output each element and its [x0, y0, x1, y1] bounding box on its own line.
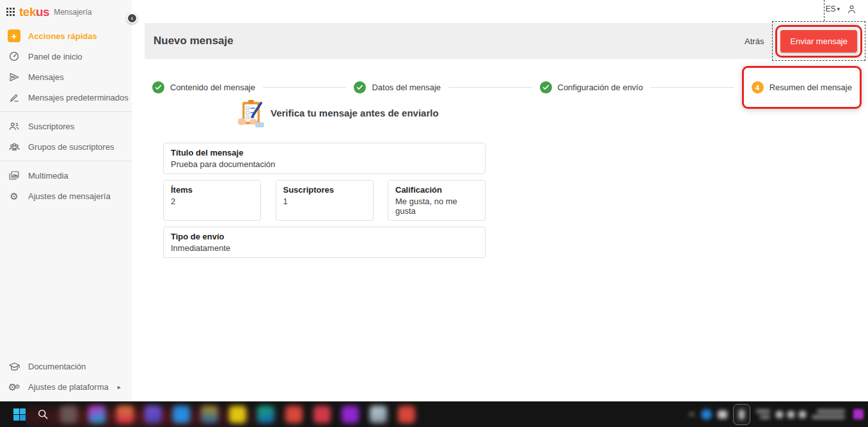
field-label: Título del mensaje [171, 148, 478, 157]
field-value: 2 [171, 197, 253, 206]
sidebar-item-label: Suscriptores [28, 122, 74, 131]
tray-highlighted-icon[interactable] [733, 404, 750, 425]
system-tray [688, 401, 868, 427]
sidebar-item-mensajes-predeterminados[interactable]: Mensajes predeterminados [0, 87, 132, 108]
check-circle-icon [354, 81, 366, 93]
header-actions: Atrás Enviar mensaje [738, 30, 857, 52]
taskbar-app-icon[interactable] [342, 406, 359, 423]
step-connector [448, 87, 532, 88]
field-value: Me gusta, no me gusta [395, 197, 478, 216]
field-value: Prueba para documentación [171, 159, 478, 169]
tray-app-icon[interactable] [718, 410, 727, 419]
windows-taskbar [0, 401, 868, 427]
brand-logo[interactable]: tekus [19, 6, 49, 18]
sidebar-item-label: Ajustes de plataforma [28, 382, 109, 392]
back-button[interactable]: Atrás [738, 31, 770, 51]
taskbar-app-icon[interactable] [313, 406, 331, 423]
tray-status-icons[interactable] [776, 411, 806, 418]
notification-center-icon[interactable] [853, 409, 864, 419]
taskbar-app-icon[interactable] [88, 406, 106, 423]
taskbar-app-icon[interactable] [285, 406, 303, 423]
submenu-arrow-icon: ▸ [118, 383, 121, 391]
sidebar-item-multimedia[interactable]: Multimedia [0, 165, 132, 186]
step-connector [651, 87, 734, 88]
verify-section: Verifica tu mensaje antes de enviarlo [238, 99, 868, 127]
field-label: Tipo de envío [171, 232, 478, 241]
tray-expand-icon[interactable] [688, 412, 695, 417]
send-button-wrap: Enviar mensaje [780, 30, 857, 52]
tray-input-indicator[interactable] [756, 410, 770, 419]
step-configuracion-de-envio[interactable]: Configuración de envío [540, 81, 643, 93]
clock-date-display[interactable] [812, 410, 845, 419]
taskbar-app-icon[interactable] [229, 406, 246, 423]
taskbar-app-icon[interactable] [370, 406, 387, 423]
groups-icon [8, 140, 20, 153]
user-account-button[interactable] [846, 3, 857, 15]
sidebar-item-ajustes-de-mensajeria[interactable]: ⚙ Ajustes de mensajería [0, 186, 132, 206]
page-title: Nuevo mensaje [154, 35, 233, 47]
sidebar-divider [0, 161, 132, 161]
taskbar-app-icon[interactable] [173, 406, 190, 423]
sidebar-item-acciones-rapidas[interactable]: + Acciones rápidas [0, 26, 132, 46]
app-window: tekus Mensajería + Acciones rápidas Pane… [0, 0, 868, 427]
field-label: Suscriptores [283, 185, 366, 195]
taskbar-app-icon[interactable] [116, 406, 134, 423]
summary-card-calificacion: Calificación Me gusta, no me gusta [388, 180, 485, 221]
step-label: Configuración de envío [558, 83, 643, 92]
sidebar-item-documentacion[interactable]: Documentación [0, 356, 132, 376]
sidebar-item-label: Mensajes [28, 72, 64, 82]
summary-cards: Título del mensaje Prueba para documenta… [163, 143, 485, 258]
people-icon [8, 120, 20, 133]
step-connector [263, 87, 346, 88]
step-label: Contenido del mensaje [170, 83, 255, 92]
search-icon[interactable] [36, 408, 49, 421]
clipboard-check-illustration [238, 99, 264, 127]
sidebar-item-ajustes-de-plataforma[interactable]: ⚙⚙ Ajustes de plataforma ▸ [0, 376, 132, 397]
send-icon [8, 70, 20, 83]
page-header: Nuevo mensaje Atrás Enviar mensaje [145, 23, 860, 59]
sidebar-header: tekus Mensajería [0, 0, 132, 26]
sidebar-item-label: Panel de inicio [28, 52, 83, 61]
summary-card-items: Ítems 2 [163, 180, 261, 221]
person-icon [846, 3, 857, 15]
taskbar-app-icon[interactable] [257, 406, 274, 423]
sidebar-item-mensajes[interactable]: Mensajes [0, 67, 132, 87]
verify-heading: Verifica tu mensaje antes de enviarlo [271, 108, 439, 118]
chevron-down-icon: ▾ [837, 6, 840, 12]
sidebar-collapse-button[interactable]: ‹ [127, 13, 138, 24]
tray-app-icon[interactable] [701, 409, 712, 420]
media-icon [8, 169, 20, 182]
taskbar-app-icon[interactable] [201, 406, 218, 423]
summary-card-suscriptores: Suscriptores 1 [276, 180, 374, 221]
summary-card-tipo-de-envio: Tipo de envío Inmediatamente [163, 227, 485, 258]
draw-icon [8, 91, 20, 104]
field-label: Calificación [395, 185, 478, 195]
sidebar-item-suscriptores[interactable]: Suscriptores [0, 116, 132, 136]
step-contenido-del-mensaje[interactable]: Contenido del mensaje [152, 81, 255, 93]
sidebar-item-label: Multimedia [28, 171, 68, 181]
sidebar-item-label: Acciones rápidas [28, 31, 97, 41]
school-icon [8, 360, 20, 373]
taskbar-apps [0, 401, 415, 427]
send-message-button[interactable]: Enviar mensaje [780, 30, 857, 52]
windows-start-button[interactable] [13, 408, 26, 421]
topbar: ES▾ [132, 0, 868, 23]
sidebar-item-label: Ajustes de mensajería [28, 191, 111, 201]
taskbar-app-icon[interactable] [145, 406, 162, 423]
dashboard-icon [8, 50, 20, 63]
sidebar-divider [0, 111, 132, 112]
plus-icon: + [8, 29, 20, 42]
step-datos-del-mensaje[interactable]: Datos del mensaje [354, 81, 441, 93]
step-label: Resumen del mensaje [769, 83, 852, 92]
field-value: 1 [283, 197, 366, 206]
apps-grid-icon[interactable] [6, 8, 15, 16]
sidebar-item-panel-de-inicio[interactable]: Panel de inicio [0, 46, 132, 67]
check-circle-icon [152, 81, 164, 93]
taskbar-app-icon[interactable] [398, 406, 415, 423]
sidebar-item-label: Grupos de suscriptores [28, 142, 114, 152]
taskbar-app-icon[interactable] [60, 406, 77, 423]
sidebar-item-grupos-de-suscriptores[interactable]: Grupos de suscriptores [0, 136, 132, 157]
summary-card-titulo: Título del mensaje Prueba para documenta… [163, 143, 485, 174]
main-content: ES▾ Nuevo mensaje Atrás Enviar mensaje [132, 0, 868, 401]
language-selector[interactable]: ES▾ [825, 4, 840, 13]
